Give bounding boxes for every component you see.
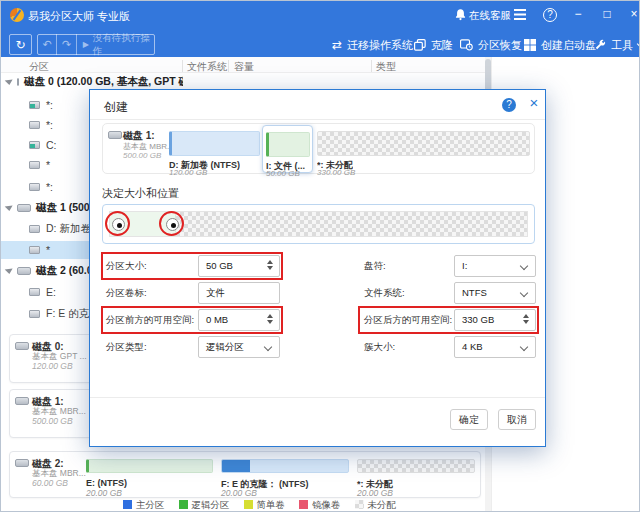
transfer-icon: ⇄ [332,38,342,52]
logical-swatch [179,500,188,509]
partition-icon [29,183,40,191]
size-position-label: 决定大小和位置 [102,186,179,201]
annotation-circle-right [159,211,184,236]
close-button[interactable]: × [625,5,640,23]
caret-icon[interactable] [5,268,14,274]
chevron-down-icon [520,289,528,297]
refresh-icon: ↻ [15,38,25,52]
legend-mirror: 镜像卷 [299,499,341,512]
disk-preview: 磁盘 1: 基本盘 MBR... 500.00 GB D: 新加卷 (NTFS)… [102,123,535,174]
ok-button[interactable]: 确定 [450,409,488,430]
file-system-select[interactable]: NTFS [454,282,536,304]
annotation-box-size [101,252,283,280]
annotation-box-space-before [101,306,283,334]
dialog-close-icon[interactable]: × [526,94,542,111]
migrate-os-button[interactable]: ⇄ 迁移操作系统 [332,34,413,56]
create-boot-disk-button[interactable]: 创建启动盘 [524,34,596,56]
legend-unallocated: 未分配 [355,499,397,512]
caret-icon[interactable] [5,205,14,211]
refresh-button[interactable]: ↻ [9,34,32,55]
dialog-help-icon[interactable]: ? [502,98,516,112]
size-slider [102,204,535,244]
partition-icon [29,121,40,129]
disk-icon [17,204,31,212]
disk-icon [15,397,29,405]
volume-label-label: 分区卷标: [106,287,147,300]
online-service-link[interactable]: 在线客服 [469,9,511,23]
tools-button[interactable]: 工具 [594,34,640,56]
cluster-size-label: 簇大小: [364,341,395,354]
clone-button[interactable]: 克隆 [414,34,453,56]
file-system-label: 文件系统: [364,287,405,300]
primary-swatch [123,500,132,509]
partition-icon [29,246,40,254]
partition-recovery-button[interactable]: 分区恢复 [460,34,522,56]
boot-disk-icon [524,39,536,51]
app-title: 易我分区大师 专业版 [28,9,130,24]
chevron-down-icon [520,343,528,351]
col-type: 类型 [376,60,396,74]
disk-size: 60.00 GB [32,478,68,488]
partition-icon [29,101,40,109]
minimize-button[interactable]: − [569,5,587,23]
annotation-box-space-after [358,306,539,334]
maximize-button[interactable]: □ [598,5,616,23]
cluster-size-select[interactable]: 4 KB [454,336,536,358]
wrench-icon [594,39,606,51]
legend-simple: 简单卷 [244,499,286,512]
partition-icon [29,288,40,296]
create-dialog: 创建 ? × 磁盘 1: 基本盘 MBR... 500.00 GB D: 新加卷… [89,89,546,447]
disk-map-card-2[interactable]: 磁盘 2: 基本盘 MBR... 60.00 GB E: (NTFS) 20.0… [9,451,481,498]
legend-logical: 逻辑分区 [179,499,230,512]
simple-swatch [244,500,253,509]
partition-type-label: 分区类型: [106,341,147,354]
partition-icon [29,161,40,169]
preview-partition-d[interactable] [169,131,260,156]
disk-size: 120.00 GB [32,361,73,371]
disk-size: 500.00 GB [32,416,73,426]
annotation-circle-left [105,211,130,236]
partition-bar-unallocated[interactable] [357,459,475,473]
table-header: 分区 文件系统 容量 类型 [1,57,487,73]
mirror-swatch [299,500,308,509]
legend: 主分区 逻辑分区 简单卷 镜像卷 未分配 [123,499,396,512]
disk-icon [15,342,29,350]
cancel-button[interactable]: 取消 [498,409,536,430]
preview-partition-i-bar [266,132,310,157]
preview-partition-i-selected[interactable]: I: 文件 (... 50.00 GB [262,125,313,173]
pending-operations-group: ↶ ↷ ▶ 没有待执行操作 [37,34,155,55]
bell-icon [454,8,467,21]
partition-bar-f[interactable] [221,459,349,473]
redo-icon[interactable]: ↷ [57,38,75,51]
clone-icon [414,39,426,51]
caret-icon[interactable] [5,79,14,85]
help-icon[interactable]: ? [543,8,557,22]
drive-letter-select[interactable]: I: [454,255,536,277]
recovery-icon [460,39,473,51]
disk-icon [15,459,29,467]
disk-icon [108,131,122,139]
preview-disk-size: 500.00 GB [123,151,161,160]
slider-unallocated-range [176,212,527,236]
partition-bar-e[interactable] [86,459,213,473]
chevron-down-icon [264,343,272,351]
col-capacity: 容量 [234,60,254,74]
col-file-system: 文件系统 [187,60,227,74]
partition-icon [29,225,40,233]
volume-label-input[interactable]: 文件 [198,282,280,304]
play-icon: ▶ [83,40,89,49]
unallocated-swatch [355,500,364,509]
undo-icon[interactable]: ↶ [38,38,56,51]
partition-icon [29,141,40,149]
dialog-title: 创建 [104,99,128,116]
legend-primary: 主分区 [123,499,165,512]
preview-unallocated[interactable] [317,131,530,156]
menu-icon[interactable] [514,9,526,20]
app-window: 易我分区大师 专业版 在线客服 ? − □ × ↻ ↶ ↷ ▶ 没有待执行操作 … [0,0,640,512]
partition-icon [29,310,40,318]
disk-icon [17,267,31,275]
partition-type-select[interactable]: 逻辑分区 [198,336,280,358]
pending-operations-label: 没有待执行操作 [93,32,154,58]
app-logo-icon [10,8,24,22]
chevron-down-icon [520,262,528,270]
